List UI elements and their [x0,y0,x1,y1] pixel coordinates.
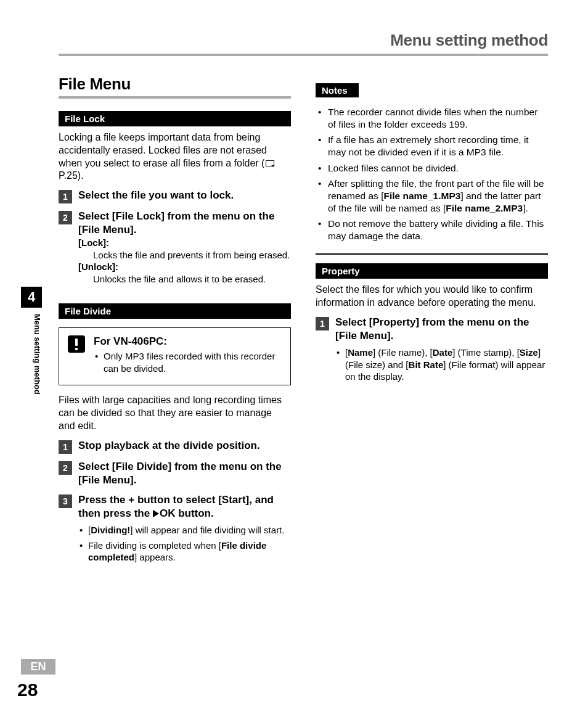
file-lock-step-2: 2 Select [File Lock] from the menu on th… [59,210,291,237]
t: File name_1.MP3 [383,191,460,201]
lock-desc: Locks the file and prevents it from bein… [93,249,291,261]
step-number-icon: 3 [59,494,72,508]
step-number-icon: 1 [59,440,72,454]
t: File Lock [115,210,161,222]
property-heading: Property [316,263,548,279]
list-item: Do not remove the battery while dividing… [316,218,548,242]
t: File Menu [82,474,130,486]
t: Select [ [78,461,115,472]
step-text: Stop playback at the divide position. [78,439,260,453]
step-text: Select [File Lock] from the menu on the … [78,210,291,237]
file-lock-heading: File Lock [59,111,291,126]
t: ] (File name), [ [373,347,433,358]
unlock-label: [Unlock]: [78,261,291,273]
step-number-icon: 1 [316,317,329,330]
step-text: Select [Property] from the menu on the [… [335,316,548,343]
file-lock-step-1: 1 Select the file you want to lock. [59,189,291,203]
property-substeps: [Name] (File name), [Date] (Time stamp),… [335,347,548,383]
warning-icon [68,335,85,353]
chapter-number: 4 [21,287,42,308]
list-item: After splitting the file, the front part… [316,178,548,215]
t: ] appears. [134,552,176,562]
left-column: File Menu File Lock Locking a file keeps… [59,75,291,567]
t: Dividing! [91,525,130,535]
file-divide-heading: File Divide [59,303,291,319]
file-divide-substeps: [Dividing!] will appear and file dividin… [78,524,291,564]
file-divide-step-3: 3 Press the + button to select [Start], … [59,493,291,520]
list-item: If a file has an extremely short recordi… [316,134,548,158]
callout-title: For VN-406PC: [94,335,282,348]
t: ]. [130,474,136,486]
file-divide-step-1: 1 Stop playback at the divide position. [59,439,291,454]
play-icon [153,510,159,517]
callout-box: For VN-406PC: Only MP3 files recorded wi… [59,327,291,385]
right-column: Notes The recorder cannot divide files w… [316,75,548,567]
divider [316,253,548,255]
t: File Menu [82,224,130,236]
t: ]. [387,330,393,342]
side-tab: 4 Menu setting method [21,287,42,395]
notes-list: The recorder cannot divide files when th… [316,106,548,242]
language-tab: EN [21,659,55,675]
running-head: Menu setting method [59,31,548,56]
xref-icon [266,160,274,166]
list-item: The recorder cannot divide files when th… [316,106,548,131]
lock-label: [Lock]: [78,237,291,249]
t: Select [ [78,210,115,222]
list-item: Locked files cannot be divided. [316,162,548,174]
t: Start [222,494,246,506]
file-lock-intro: Locking a file keeps important data from… [59,131,291,183]
t: File Menu [339,330,387,342]
t: File name_2.MP3 [446,203,523,213]
t: ] (Time stamp), [ [452,347,520,358]
step-text: Select [File Divide] from the menu on th… [78,460,291,487]
property-intro: Select the files for which you would lik… [316,284,548,310]
t: Bit Rate [409,359,444,370]
t: Property [372,316,415,328]
unlock-desc: Unlocks the file and allows it to be era… [93,273,291,285]
page-number: 28 [17,679,38,700]
file-divide-intro: Files with large capacities and long rec… [59,394,291,432]
list-item: [Name] (File name), [Date] (Time stamp),… [335,347,548,383]
property-step-1: 1 Select [Property] from the menu on the… [316,316,548,343]
t: Date [433,347,453,358]
list-item: [Dividing!] will appear and file dividin… [78,524,291,536]
section-title: File Menu [59,75,291,99]
t: ] will appear and file dividing will sta… [130,525,284,535]
callout-item: Only MP3 files recorded with this record… [94,350,282,374]
t: button. [175,507,213,519]
step-number-icon: 2 [59,461,72,475]
text: Locking a file keeps important data from… [59,132,267,168]
notes-heading: Notes [316,83,359,97]
t: Name [348,347,373,358]
t: Select [ [335,316,372,328]
t: ]. [523,203,528,213]
step-number-icon: 1 [59,190,72,203]
side-label: Menu setting method [21,314,42,395]
step-text: Select the file you want to lock. [78,189,234,202]
t: Press the + button to select [ [78,494,222,506]
text: P.25). [59,170,84,181]
step-text: Press the + button to select [Start], an… [78,493,291,520]
t: OK [160,507,176,519]
step-number-icon: 2 [59,211,72,224]
lock-option: [Lock]: Locks the file and prevents it f… [78,237,291,285]
list-item: File dividing is completed when [File di… [78,540,291,564]
t: File dividing is completed when [ [88,540,221,551]
file-divide-step-2: 2 Select [File Divide] from the menu on … [59,460,291,487]
t: ]. [130,224,136,236]
t: File Divide [115,461,168,472]
t: Size [520,347,538,358]
